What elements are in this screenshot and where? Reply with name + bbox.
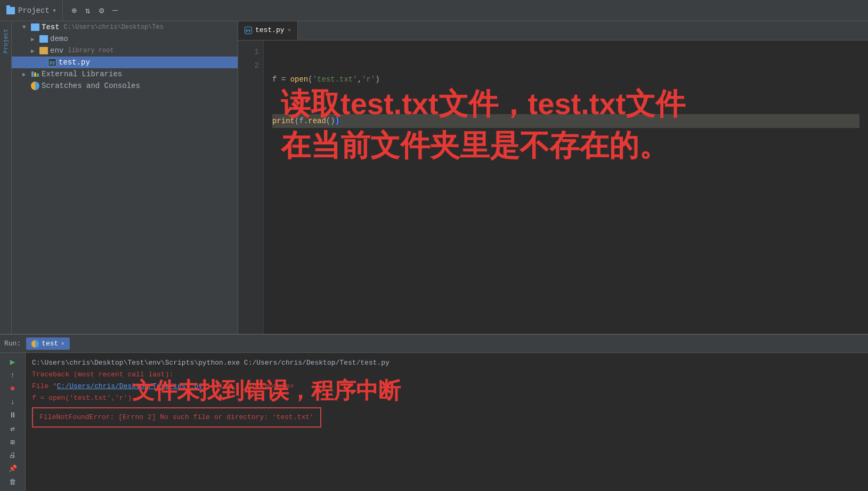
svg-rect-0 <box>31 71 34 77</box>
error-box: FileNotFoundError: [Errno 2] No such fil… <box>32 407 321 428</box>
tab-run-test[interactable]: test × <box>26 337 70 350</box>
sidebar-item-scratches[interactable]: Scratches and Consoles <box>12 80 238 92</box>
top-bar: Project ▾ ⊕ ⇅ ⚙ — <box>0 0 868 21</box>
chevron-icon: ▼ <box>22 24 29 30</box>
test-root-label: Test <box>42 23 60 31</box>
sidebar-item-test-root[interactable]: ▼ Test C:\Users\chris\Desktop\Tes <box>12 21 238 33</box>
console-line-3: File "C:/Users/chris/Desktop/Test/test.p… <box>32 381 862 392</box>
editor-area: py test.py × 1 2 f = open('test.txt','r'… <box>238 21 868 334</box>
settings-icon[interactable]: ⚙ <box>97 4 107 17</box>
format-button[interactable]: ⊞ <box>5 437 20 448</box>
project-label: Project <box>18 6 50 15</box>
run-tab-close[interactable]: × <box>61 341 64 347</box>
ext-lib-icon <box>31 70 39 78</box>
console-line-4: f = open('test.txt','r') <box>32 392 862 404</box>
line-numbers: 1 2 <box>238 41 264 334</box>
side-tab-project[interactable]: Project <box>2 26 10 57</box>
testpy-label: test.py <box>59 58 90 67</box>
scratches-label: Scratches and Consoles <box>42 82 140 90</box>
console-line-1: C:\Users\chris\Desktop\Test\env\Scripts\… <box>32 357 862 369</box>
stop-button[interactable]: ■ <box>5 383 20 394</box>
scratch-icon <box>31 82 39 90</box>
main-content: Project ▼ Test C:\Users\chris\Desktop\Te… <box>0 21 868 334</box>
sidebar-item-env[interactable]: ▶ env library root <box>12 45 238 57</box>
delete-button[interactable]: 🗑 <box>5 477 20 488</box>
console-output[interactable]: C:\Users\chris\Desktop\Test\env\Scripts\… <box>26 353 868 491</box>
up-button[interactable]: ↑ <box>5 369 20 381</box>
ext-libs-label: External Libraries <box>42 70 122 78</box>
add-icon[interactable]: ⊕ <box>69 4 79 17</box>
demo-label: demo <box>50 35 68 43</box>
py-icon: py <box>48 58 56 67</box>
filter-icon[interactable]: ⇅ <box>83 4 93 17</box>
code-editor[interactable]: 1 2 f = open('test.txt','r') print(f.rea… <box>238 41 868 334</box>
tab-py-icon: py <box>245 27 252 34</box>
minimize-icon[interactable]: — <box>110 5 120 17</box>
chevron-icon-ext: ▶ <box>22 71 29 78</box>
sidebar-item-testpy[interactable]: py test.py <box>12 57 238 68</box>
console-line-2: Traceback (most recent call last): <box>32 369 862 381</box>
run-toolbar: ▶ ↑ ■ ↓ ⏸ ⇄ ⊞ 🖨 📌 🗑 <box>0 353 26 491</box>
print-button[interactable]: 🖨 <box>5 450 20 461</box>
run-label: Run: <box>4 340 21 348</box>
pause-button[interactable]: ⏸ <box>5 409 20 421</box>
tab-label: test.py <box>255 26 285 34</box>
folder-icon-demo <box>39 35 48 43</box>
svg-rect-1 <box>34 73 36 77</box>
test-root-path: C:\Users\chris\Desktop\Tes <box>64 23 164 31</box>
sidebar-item-ext-libs[interactable]: ▶ External Libraries <box>12 68 238 80</box>
top-bar-actions: ⊕ ⇅ ⚙ — <box>63 4 126 17</box>
svg-rect-2 <box>37 74 39 77</box>
console-error-line: FileNotFoundError: [Errno 2] No such fil… <box>39 412 314 423</box>
sidebar: ▼ Test C:\Users\chris\Desktop\Tes ▶ demo… <box>12 21 238 334</box>
run-button[interactable]: ▶ <box>5 356 20 367</box>
pin-button[interactable]: 📌 <box>5 463 20 474</box>
folder-icon-env <box>39 47 48 54</box>
run-tab-icon <box>31 340 39 348</box>
editor-tabs: py test.py × <box>238 21 868 41</box>
rerun-button[interactable]: ⇄ <box>5 423 20 434</box>
side-tabs: Project <box>0 21 12 334</box>
chevron-icon-env: ▶ <box>31 47 37 54</box>
file-link[interactable]: C:/Users/chris/Desktop/Test/test.py <box>57 382 202 390</box>
code-line-1: f = open('test.txt','r') <box>272 73 859 86</box>
env-label: env <box>50 46 63 55</box>
bottom-panel: Run: test × ▶ ↑ ■ ↓ ⏸ ⇄ ⊞ 🖨 📌 🗑 C:\Users… <box>0 334 868 491</box>
project-button[interactable]: Project ▾ <box>0 0 63 21</box>
folder-icon <box>6 7 15 14</box>
chevron-down-icon: ▾ <box>53 7 56 14</box>
down-button[interactable]: ↓ <box>5 396 20 407</box>
code-line-2: print(f.read()) <box>272 114 859 128</box>
folder-icon-test <box>31 23 39 31</box>
run-panel-body: ▶ ↑ ■ ↓ ⏸ ⇄ ⊞ 🖨 📌 🗑 C:\Users\chris\Deskt… <box>0 353 868 491</box>
chevron-icon-demo: ▶ <box>31 36 37 43</box>
run-tab-label: test <box>42 340 58 348</box>
bottom-tabs: Run: test × <box>0 335 868 353</box>
code-content[interactable]: f = open('test.txt','r') print(f.read()) <box>264 41 868 334</box>
sidebar-item-demo[interactable]: ▶ demo <box>12 33 238 45</box>
env-sub-label: library root <box>68 47 113 54</box>
tab-testpy[interactable]: py test.py × <box>238 21 298 40</box>
tab-close-icon[interactable]: × <box>288 27 291 34</box>
